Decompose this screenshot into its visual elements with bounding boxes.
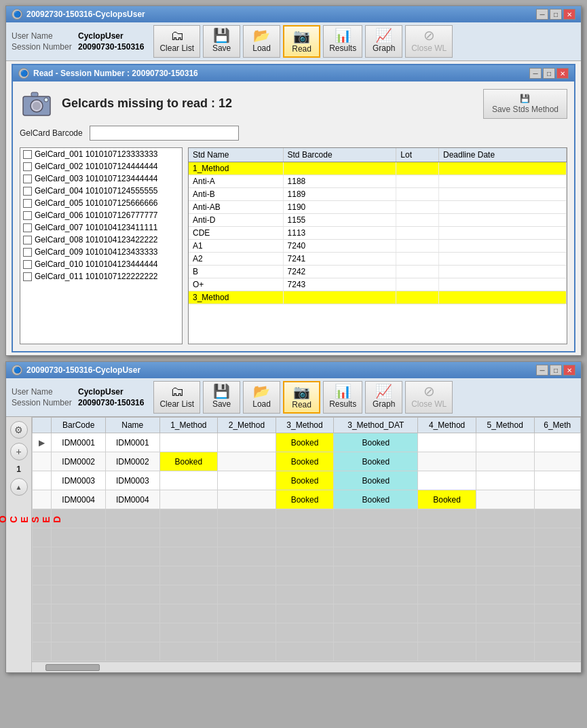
cell-m3: Booked (276, 471, 334, 490)
std-table-row[interactable]: A1 7240 (189, 240, 567, 253)
page-up-button[interactable]: ▲ (10, 478, 28, 496)
save-stds-button[interactable]: 💾 Save Stds Method (483, 89, 567, 119)
results-btn-top[interactable]: 📊 Results (323, 25, 362, 58)
col-4method: 4_Method (418, 418, 476, 433)
cell-m1 (159, 433, 218, 452)
save-label-b: Save (212, 399, 231, 409)
table-row[interactable]: IDM0003 IDM0003 Booked Booked (33, 471, 581, 490)
cell-m5 (476, 490, 534, 509)
table-row[interactable]: ▶ IDM0001 IDM0001 Booked Booked (33, 433, 581, 452)
gelcard-checkbox[interactable] (23, 236, 32, 244)
save-btn-bottom[interactable]: 💾 Save (203, 381, 240, 414)
gelcard-item[interactable]: GelCard_007 1010104123411111 (20, 221, 182, 234)
gelcard-item[interactable]: GelCard_001 1010107123333333 (20, 148, 182, 160)
read-btn-top[interactable]: 📷 Read (283, 25, 320, 58)
read-btn-bottom[interactable]: 📷 Read (283, 381, 320, 414)
gelcard-item[interactable]: GelCard_004 1010107124555555 (20, 185, 182, 197)
gelcard-checkbox[interactable] (23, 150, 32, 159)
std-table-row[interactable]: B 7242 (189, 266, 567, 278)
svg-rect-3 (31, 92, 38, 96)
read-dialog-minimize[interactable]: ─ (529, 68, 542, 79)
std-col-deadline: Deadline Date (439, 148, 567, 162)
read-dialog-icon: 🔵 (18, 68, 29, 79)
gelcard-item[interactable]: GelCard_011 1010107122222222 (20, 270, 182, 283)
gelcard-item[interactable]: GelCard_008 1010104123422222 (20, 234, 182, 246)
std-lot (396, 201, 439, 214)
std-lot (396, 162, 439, 175)
session-value-bottom: 20090730-150316 (78, 398, 144, 407)
cell-name: IDM0004 (105, 490, 159, 509)
bottom-restore-button[interactable]: □ (550, 365, 562, 376)
graph-label-b: Graph (373, 399, 395, 409)
std-table-row[interactable]: Anti-A 1188 (189, 175, 567, 188)
std-table-row[interactable]: CDE 1113 (189, 227, 567, 240)
std-table-row[interactable]: O+ 7243 (189, 278, 567, 291)
gelcard-checkbox[interactable] (23, 260, 32, 269)
gelcard-checkbox[interactable] (23, 162, 32, 171)
col-2method: 2_Method (218, 418, 276, 433)
gelcard-item[interactable]: GelCard_010 1010104123444444 (20, 258, 182, 270)
table-row-empty (33, 604, 581, 623)
restore-button[interactable]: □ (550, 9, 562, 20)
add-button[interactable]: + (10, 443, 28, 460)
gelcard-checkbox[interactable] (23, 187, 32, 196)
graph-btn-bottom[interactable]: 📈 Graph (365, 381, 402, 414)
read-label: Read (292, 44, 311, 54)
data-grid: BarCode Name 1_Method 2_Method 3_Method … (32, 417, 581, 661)
gelcard-text: GelCard_009 1010104123433333 (35, 247, 158, 257)
barcode-input[interactable] (90, 126, 239, 141)
std-table-row[interactable]: Anti-B 1189 (189, 188, 567, 201)
top-window-titlebar: 🔵 20092730-150316-CyclopsUser ─ □ ✕ (6, 6, 581, 22)
bottom-close-button[interactable]: ✕ (563, 365, 575, 376)
grid-header-row: BarCode Name 1_Method 2_Method 3_Method … (33, 418, 581, 433)
read-dialog-restore[interactable]: □ (543, 68, 555, 79)
gelcard-checkbox[interactable] (23, 272, 32, 281)
std-name: O+ (189, 278, 283, 291)
clear-list-btn-top[interactable]: 🗂 Clear List (153, 25, 200, 58)
std-lot (396, 253, 439, 266)
save-stds-icon: 💾 (520, 94, 530, 103)
gelcard-item[interactable]: GelCard_003 1010107123444444 (20, 172, 182, 185)
results-label-b: Results (329, 399, 356, 409)
std-lot (396, 188, 439, 201)
std-table-row[interactable]: A2 7241 (189, 253, 567, 266)
close-wl-btn-top[interactable]: ⊘ Close WL (405, 25, 453, 58)
read-dialog-close[interactable]: ✕ (556, 68, 569, 79)
username-value-bottom: CyclopUser (78, 387, 124, 397)
minimize-button[interactable]: ─ (536, 9, 548, 20)
gelcard-checkbox[interactable] (23, 199, 32, 208)
settings-button[interactable]: ⚙ (10, 421, 28, 439)
gelcard-checkbox[interactable] (23, 223, 32, 232)
gelcard-item[interactable]: GelCard_009 1010104123433333 (20, 246, 182, 258)
table-row[interactable]: IDM0004 IDM0004 Booked Booked Booked (33, 490, 581, 509)
col-barcode: BarCode (52, 418, 106, 433)
grid-scrollbar[interactable] (32, 661, 581, 672)
bottom-minimize-button[interactable]: ─ (536, 365, 548, 376)
clear-list-btn-bottom[interactable]: 🗂 Clear List (153, 381, 200, 414)
save-btn-top[interactable]: 💾 Save (203, 25, 240, 58)
std-table-row[interactable]: 1_Method (189, 162, 567, 175)
std-table-row[interactable]: 3_Method (189, 291, 567, 304)
scroll-thumb[interactable] (45, 664, 100, 671)
load-btn-bottom[interactable]: 📂 Load (243, 381, 280, 414)
barcode-row: GelCard Barcode (20, 126, 567, 141)
close-button[interactable]: ✕ (563, 9, 575, 20)
gelcard-checkbox[interactable] (23, 211, 32, 220)
table-row-empty (33, 528, 581, 547)
gelcard-checkbox[interactable] (23, 248, 32, 257)
username-label-bottom: User Name (12, 387, 73, 397)
std-table-row[interactable]: Anti-AB 1190 (189, 201, 567, 214)
load-btn-top[interactable]: 📂 Load (243, 25, 280, 58)
std-table-row[interactable]: Anti-D 1155 (189, 214, 567, 227)
gelcard-text: GelCard_006 1010107126777777 (35, 211, 158, 220)
gelcard-item[interactable]: GelCard_006 1010107126777777 (20, 209, 182, 221)
graph-btn-top[interactable]: 📈 Graph (365, 25, 402, 58)
gelcard-item[interactable]: GelCard_005 1010107125666666 (20, 197, 182, 209)
gelcard-checkbox[interactable] (23, 175, 32, 183)
table-row[interactable]: IDM0002 IDM0002 Booked Booked Booked (33, 452, 581, 471)
gelcard-item[interactable]: GelCard_002 1010107124444444 (20, 160, 182, 172)
close-wl-btn-bottom[interactable]: ⊘ Close WL (405, 381, 453, 414)
gelcard-list[interactable]: GelCard_001 1010107123333333GelCard_002 … (20, 147, 183, 344)
results-btn-bottom[interactable]: 📊 Results (323, 381, 362, 414)
cell-m4 (418, 433, 476, 452)
